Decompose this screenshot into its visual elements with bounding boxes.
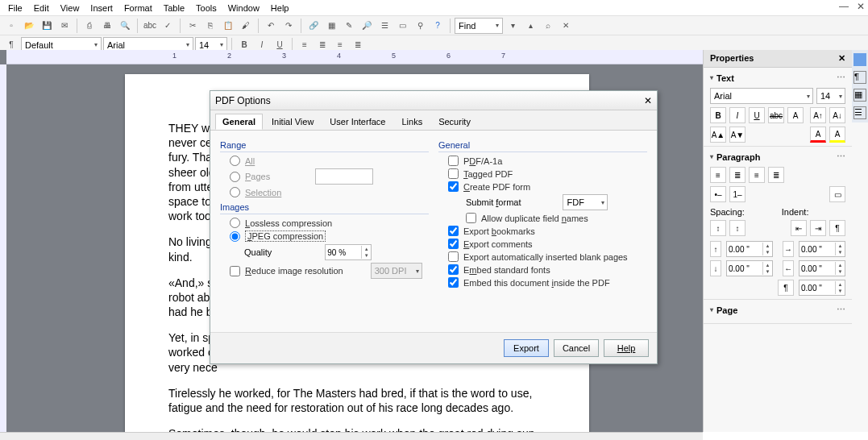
find-next-icon[interactable]: ▾: [505, 18, 521, 34]
radio-selection[interactable]: [230, 187, 240, 197]
indent-first-value[interactable]: [799, 284, 835, 293]
space-above-value[interactable]: [727, 245, 762, 254]
section-page[interactable]: Page⋯: [710, 305, 845, 315]
window-minimize[interactable]: —: [839, 1, 849, 12]
mail-icon[interactable]: ✉: [56, 18, 73, 34]
tab-security[interactable]: Security: [431, 114, 478, 130]
indent-before-spin[interactable]: ▲▼: [799, 241, 845, 257]
spellcheck-icon[interactable]: abc: [142, 18, 158, 34]
sidebar-styles-icon[interactable]: ¶: [853, 71, 866, 84]
section-menu-icon[interactable]: ⋯: [837, 73, 845, 83]
menu-help[interactable]: Help: [266, 2, 294, 15]
help-button[interactable]: Help: [604, 339, 649, 357]
export-button[interactable]: Export: [504, 339, 549, 357]
menu-view[interactable]: View: [56, 2, 85, 15]
chk-allow-dup[interactable]: [466, 213, 476, 223]
prop-indentinc[interactable]: ⇥: [810, 220, 826, 236]
menu-tools[interactable]: Tools: [191, 2, 222, 15]
open-icon[interactable]: 📂: [21, 18, 37, 34]
cancel-button[interactable]: Cancel: [554, 339, 599, 357]
ruler-vertical[interactable]: [0, 64, 6, 432]
prop-numbering[interactable]: 1–: [729, 186, 745, 202]
radio-lossless[interactable]: [230, 218, 240, 228]
find-prev-icon[interactable]: ▴: [522, 18, 538, 34]
section-menu-icon-2[interactable]: ⋯: [837, 152, 845, 162]
prop-italic-button[interactable]: I: [729, 107, 745, 123]
ruler-horizontal[interactable]: 1 2 3 4 5 6 7: [6, 50, 703, 64]
tab-general[interactable]: General: [215, 114, 263, 130]
findrep-icon[interactable]: 🔎: [359, 18, 375, 34]
radio-jpeg[interactable]: [230, 231, 240, 242]
chk-tagged[interactable]: [448, 168, 459, 179]
preview-icon[interactable]: 🔍: [117, 18, 133, 34]
submit-format-combo[interactable]: FDF: [563, 194, 608, 210]
export-pdf-icon[interactable]: ⎙: [81, 18, 98, 34]
prop-strike-button[interactable]: abc: [768, 107, 784, 123]
reduce-dpi-combo[interactable]: 300 DPI: [371, 263, 422, 279]
prop-align-center[interactable]: ≣: [729, 167, 745, 183]
save-icon[interactable]: 💾: [39, 18, 55, 34]
prop-sub-button[interactable]: A↓: [829, 107, 845, 123]
prop-font-combo[interactable]: Arial: [710, 88, 813, 104]
chk-export-bookmarks[interactable]: [448, 226, 459, 236]
quality-spin[interactable]: ▲▼: [325, 244, 372, 260]
help-icon[interactable]: ?: [430, 18, 446, 34]
tab-initial-view[interactable]: Initial View: [264, 114, 321, 130]
radio-pages[interactable]: [230, 172, 240, 182]
prop-hanging[interactable]: ¶: [829, 220, 845, 236]
prop-underline-button[interactable]: U: [749, 107, 765, 123]
menu-format[interactable]: Format: [119, 2, 157, 15]
quality-value[interactable]: [326, 248, 361, 257]
autospell-icon[interactable]: ✓: [160, 18, 176, 34]
prop-bgcolor[interactable]: ▭: [829, 186, 845, 202]
menu-file[interactable]: File: [3, 2, 27, 15]
prop-super-button[interactable]: A↑: [810, 107, 826, 123]
prop-spacingdec[interactable]: ↕: [729, 220, 745, 236]
prop-shadow-button[interactable]: A: [787, 107, 804, 123]
space-above-spin[interactable]: ▲▼: [726, 241, 773, 257]
chk-create-form[interactable]: [448, 181, 459, 192]
prop-shrinkfont-button[interactable]: A▼: [729, 127, 745, 143]
zoom-icon[interactable]: ⚲: [412, 18, 428, 34]
indent-after-spin[interactable]: ▲▼: [799, 260, 845, 276]
find-combo[interactable]: Find: [455, 18, 503, 34]
prop-align-right[interactable]: ≡: [749, 167, 765, 183]
gallery-icon[interactable]: ▭: [394, 18, 410, 34]
pages-input[interactable]: [315, 168, 373, 185]
prop-growfont-button[interactable]: A▲: [710, 127, 726, 143]
window-close[interactable]: ✕: [857, 1, 865, 12]
section-menu-icon-3[interactable]: ⋯: [837, 305, 845, 315]
copy-icon[interactable]: ⎘: [202, 18, 218, 34]
print-icon[interactable]: 🖶: [99, 18, 115, 34]
space-below-value[interactable]: [727, 264, 762, 273]
table-icon[interactable]: ▦: [323, 18, 339, 34]
prop-highlight-button[interactable]: A: [829, 127, 845, 143]
menu-edit[interactable]: Edit: [29, 2, 54, 15]
navigator-icon[interactable]: ☰: [376, 18, 392, 34]
chk-pdfa[interactable]: [448, 156, 459, 166]
undo-icon[interactable]: ↶: [263, 18, 279, 34]
new-doc-icon[interactable]: ▫: [3, 18, 19, 34]
properties-close-icon[interactable]: ✕: [838, 53, 845, 64]
paste-icon[interactable]: 📋: [220, 18, 236, 34]
redo-icon[interactable]: ↷: [280, 18, 297, 34]
sidebar-gallery-icon[interactable]: ▦: [853, 89, 866, 102]
indent-before-value[interactable]: [799, 245, 835, 254]
indent-first-spin[interactable]: ▲▼: [799, 280, 845, 296]
prop-indentdec[interactable]: ⇤: [791, 220, 807, 236]
space-below-spin[interactable]: ▲▼: [726, 260, 773, 276]
showdraw-icon[interactable]: ✎: [341, 18, 357, 34]
prop-align-left[interactable]: ≡: [710, 167, 726, 183]
dialog-close-icon[interactable]: ✕: [644, 95, 652, 106]
section-paragraph[interactable]: Paragraph⋯: [710, 152, 845, 162]
indent-after-value[interactable]: [799, 264, 835, 273]
formatpaint-icon[interactable]: 🖌: [238, 18, 254, 34]
prop-size-combo[interactable]: 14: [816, 88, 845, 104]
sidebar-navigator-icon[interactable]: ☰: [853, 106, 866, 119]
menu-insert[interactable]: Insert: [85, 2, 118, 15]
chk-export-blank[interactable]: [448, 251, 459, 262]
prop-bold-button[interactable]: B: [710, 107, 726, 123]
prop-spacinginc[interactable]: ↕: [710, 220, 726, 236]
sidebar-properties-icon[interactable]: [853, 53, 866, 66]
chk-export-comments[interactable]: [448, 239, 459, 249]
